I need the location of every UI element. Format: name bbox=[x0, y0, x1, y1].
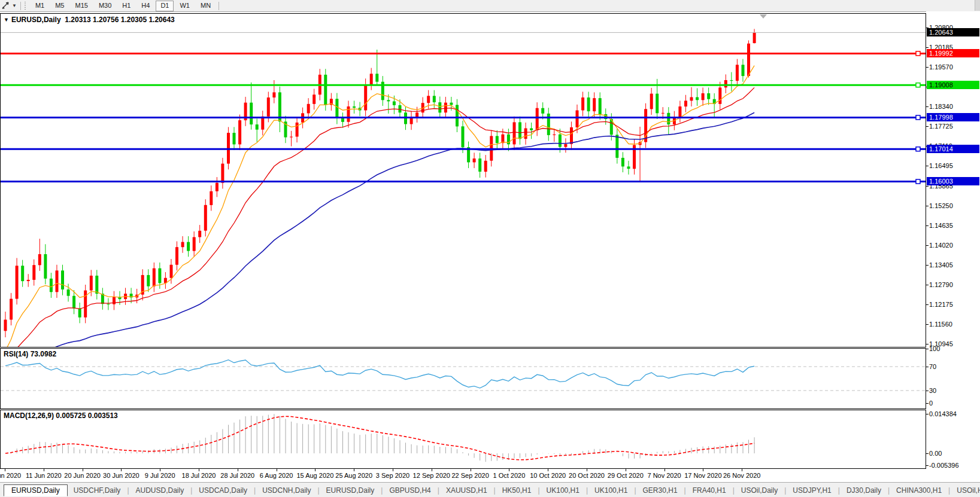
toolbar-separator bbox=[219, 2, 219, 10]
time-tick bbox=[315, 469, 315, 471]
chart-title-ohlc: 1.20313 1.20756 1.20305 1.20643 bbox=[65, 16, 175, 24]
ma-mid-line bbox=[5, 87, 754, 347]
time-tick bbox=[665, 469, 665, 471]
timeframe-button-m15[interactable]: M15 bbox=[70, 1, 92, 11]
rsi-indicator-label: RSI(14) 73.0982 bbox=[4, 350, 56, 358]
tab-separator: | bbox=[684, 486, 686, 495]
chart-tab-audusd-daily[interactable]: AUDUSD,Daily bbox=[130, 485, 190, 496]
price-tick-label: 1.16495 bbox=[929, 162, 953, 169]
chart-shift-marker-icon[interactable] bbox=[760, 14, 767, 19]
timeframe-button-m30[interactable]: M30 bbox=[94, 1, 116, 11]
price-tick-label: 1.14635 bbox=[929, 222, 953, 229]
time-tick bbox=[393, 469, 393, 471]
timeframe-button-d1[interactable]: D1 bbox=[156, 1, 174, 11]
chart-title: ▼EURUSD,Daily 1.20313 1.20756 1.20305 1.… bbox=[4, 16, 175, 24]
time-tick bbox=[44, 469, 44, 471]
chart-tab-fra40-h1[interactable]: FRA40,H1 bbox=[687, 485, 732, 496]
chart-tab-usoil-daily[interactable]: USOil,Daily bbox=[735, 485, 784, 496]
rsi-pane[interactable] bbox=[0, 348, 926, 409]
chart-tab-china300-h1[interactable]: CHINA300,H1 bbox=[890, 485, 948, 496]
time-tick bbox=[703, 469, 703, 471]
price-badge-1.16003: 1.16003 bbox=[927, 177, 979, 185]
chart-tab-bar: EURUSD,DailyUSDCHF,Daily|AUDUSD,Daily|US… bbox=[0, 482, 980, 497]
timeframe-button-mn[interactable]: MN bbox=[196, 1, 216, 11]
tab-separator: | bbox=[838, 486, 840, 495]
tab-separator: | bbox=[586, 486, 588, 495]
timeframe-button-w1[interactable]: W1 bbox=[175, 1, 195, 11]
chart-tab-usoil-h1[interactable]: USOil,H1 bbox=[951, 485, 980, 496]
time-tick bbox=[548, 469, 548, 471]
mt4-chart-window: ▼ M1M5M15M30H1H4D1W1MN ▼EURUSD,Daily 1.2… bbox=[0, 0, 980, 497]
macd-indicator-label: MACD(12,26,9) 0.005725 0.003513 bbox=[4, 411, 118, 420]
chart-tab-xauusd-h1[interactable]: XAUUSD,H1 bbox=[440, 485, 493, 496]
chart-title-symbol: EURUSD,Daily bbox=[11, 16, 61, 24]
chart-tab-gbpusd-h4[interactable]: GBPUSD,H4 bbox=[383, 485, 436, 496]
ma-fast-line bbox=[5, 66, 754, 347]
rsi-tick-label: 0 bbox=[929, 400, 933, 407]
time-tick bbox=[742, 469, 742, 471]
tab-separator: | bbox=[634, 486, 636, 495]
price-tick-label: 1.15250 bbox=[929, 202, 953, 209]
chart-tab-usdcad-daily[interactable]: USDCAD,Daily bbox=[193, 485, 253, 496]
timeframe-button-m1[interactable]: M1 bbox=[31, 1, 49, 11]
price-badge-1.19992: 1.19992 bbox=[927, 49, 979, 57]
timeframe-button-h4[interactable]: H4 bbox=[136, 1, 154, 11]
main-chart-pane[interactable] bbox=[0, 13, 926, 347]
title-collapse-icon[interactable]: ▼ bbox=[4, 17, 9, 23]
time-axis[interactable]: 2 Jun 202011 Jun 202020 Jun 202030 Jun 2… bbox=[0, 469, 926, 482]
time-tick bbox=[432, 469, 432, 471]
macd-pane[interactable] bbox=[0, 410, 926, 469]
chart-tab-eurusd-daily[interactable]: EURUSD,Daily bbox=[320, 485, 381, 496]
timeframe-buttons: M1M5M15M30H1H4D1W1MN bbox=[30, 1, 216, 11]
tool-dropdown-arrow-icon[interactable]: ▼ bbox=[12, 3, 17, 8]
chart-tab-hk50-h1[interactable]: HK50,H1 bbox=[496, 485, 538, 496]
price-tick-label: 1.13405 bbox=[929, 261, 953, 269]
rsi-tick-label: 100 bbox=[929, 345, 940, 352]
time-tick bbox=[509, 469, 509, 471]
timeframe-button-m5[interactable]: M5 bbox=[50, 1, 69, 11]
price-tick-label: 1.19570 bbox=[929, 63, 953, 71]
time-tick bbox=[83, 469, 83, 471]
toolbar-grip-handle[interactable] bbox=[25, 2, 27, 10]
chart-tab-eurusd-daily[interactable]: EURUSD,Daily bbox=[4, 484, 68, 496]
time-tick bbox=[587, 469, 587, 471]
price-tick-label: 1.11560 bbox=[929, 321, 952, 328]
time-tick bbox=[160, 469, 160, 471]
time-tick-label: 26 Nov 2020 bbox=[715, 472, 769, 479]
time-tick bbox=[238, 469, 238, 471]
price-badge-1.17998: 1.17998 bbox=[927, 113, 979, 121]
time-tick bbox=[5, 469, 5, 471]
chart-tab-usdchf-daily[interactable]: USDCHF,Daily bbox=[68, 485, 127, 496]
time-tick bbox=[277, 469, 277, 471]
price-tick-label: 1.14020 bbox=[929, 242, 953, 249]
rsi-tick-label: 30 bbox=[929, 387, 936, 394]
tab-separator: | bbox=[538, 486, 539, 495]
chart-tab-uk100-h1[interactable]: UK100,H1 bbox=[541, 485, 585, 496]
crosshair-cursor-icon[interactable] bbox=[2, 1, 10, 11]
time-tick bbox=[199, 469, 199, 471]
rsi-line bbox=[5, 360, 754, 388]
tab-separator: | bbox=[948, 486, 950, 495]
rsi-tick-label: 70 bbox=[929, 363, 936, 370]
tab-separator: | bbox=[784, 486, 786, 495]
price-badge-1.19008: 1.19008 bbox=[927, 81, 979, 89]
macd-tick-label: -0.005396 bbox=[929, 462, 959, 469]
tab-separator: | bbox=[888, 486, 890, 495]
time-tick bbox=[121, 469, 122, 471]
toolbar-separator bbox=[20, 2, 21, 10]
tab-separator: | bbox=[438, 486, 439, 495]
price-tick-label: 1.12175 bbox=[929, 301, 953, 308]
price-tick-label: 1.17725 bbox=[929, 123, 953, 130]
chart-tab-usdjpy-h1[interactable]: USDJPY,H1 bbox=[787, 485, 837, 496]
tab-separator: | bbox=[381, 486, 383, 495]
time-tick bbox=[354, 469, 354, 471]
chart-tab-dj30-daily[interactable]: DJ30,Daily bbox=[841, 485, 887, 496]
tab-separator: | bbox=[254, 486, 256, 495]
chart-tab-ger30-h1[interactable]: GER30,H1 bbox=[637, 485, 684, 496]
price-axis[interactable]: 1.208001.201851.195701.189551.183401.177… bbox=[926, 11, 980, 469]
chart-tab-usdcnh-daily[interactable]: USDCNH,Daily bbox=[256, 485, 317, 496]
timeframe-button-h1[interactable]: H1 bbox=[117, 1, 135, 11]
time-tick bbox=[471, 469, 471, 471]
chart-tab-uk100-h1[interactable]: UK100,H1 bbox=[588, 485, 633, 496]
timeframe-toolbar: ▼ M1M5M15M30H1H4D1W1MN bbox=[0, 0, 980, 12]
